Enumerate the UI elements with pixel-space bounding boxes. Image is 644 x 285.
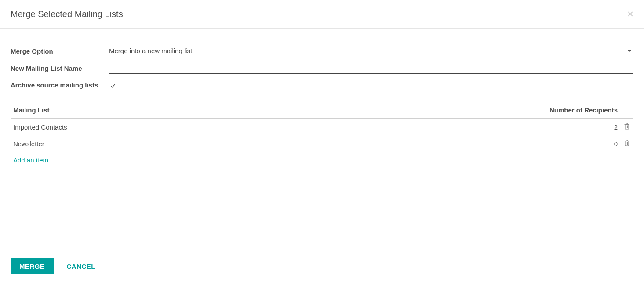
merge-option-label: Merge Option [11,46,109,57]
row-name: Imported Contacts [11,119,283,136]
archive-source-row: Archive source mailing lists [11,80,633,90]
modal-footer: MERGE CANCEL [0,249,644,285]
new-list-name-row: New Mailing List Name [11,63,633,74]
mailing-list-table-wrapper: Mailing List Number of Recipients Import… [11,103,633,168]
merge-option-value: Merge into a new mailing list [109,46,633,57]
merge-button[interactable]: MERGE [11,258,54,274]
col-mailing-list[interactable]: Mailing List [11,103,283,119]
trash-icon[interactable] [624,140,630,146]
archive-source-label: Archive source mailing lists [11,80,109,90]
cancel-button[interactable]: CANCEL [58,258,105,274]
table-row[interactable]: Imported Contacts 2 [11,119,633,136]
archive-source-checkbox[interactable] [109,82,116,89]
caret-down-icon [627,50,632,52]
col-actions [620,103,633,119]
add-item-link[interactable]: Add an item [11,152,51,168]
checkmark-icon [110,83,116,88]
close-button[interactable]: × [627,9,633,19]
new-list-name-input[interactable] [109,63,633,74]
mailing-list-table: Mailing List Number of Recipients Import… [11,103,633,152]
table-row[interactable]: Newsletter 0 [11,135,633,152]
modal-body: Merge Option Merge into a new mailing li… [0,29,644,249]
row-name: Newsletter [11,135,283,152]
modal-header: Merge Selected Mailing Lists × [0,0,644,29]
merge-option-select[interactable]: Merge into a new mailing list [109,46,633,57]
merge-option-row: Merge Option Merge into a new mailing li… [11,46,633,57]
col-recipients[interactable]: Number of Recipients [283,103,620,119]
modal-title: Merge Selected Mailing Lists [11,9,123,19]
row-recipients: 2 [283,119,620,136]
row-recipients: 0 [283,135,620,152]
new-list-name-label: New Mailing List Name [11,63,109,74]
trash-icon[interactable] [624,123,630,130]
